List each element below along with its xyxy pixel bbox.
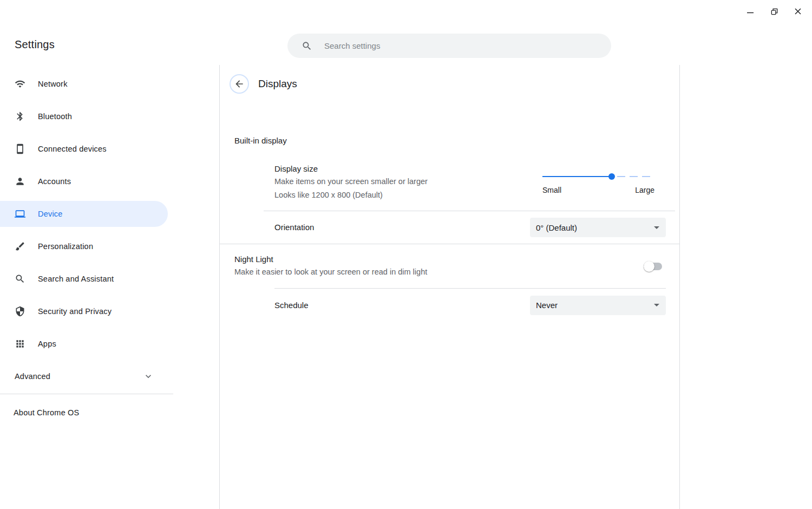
- orientation-value: 0° (Default): [536, 223, 577, 232]
- search-icon: [15, 273, 25, 284]
- sidebar-item-accounts[interactable]: Accounts: [0, 168, 168, 194]
- sidebar-item-label: Accounts: [38, 177, 71, 186]
- display-size-row: Display size Make items on your screen s…: [220, 163, 679, 202]
- sidebar-item-bluetooth[interactable]: Bluetooth: [0, 103, 168, 129]
- sidebar-item-label: Connected devices: [38, 145, 107, 153]
- advanced-label: Advanced: [15, 372, 50, 381]
- search-input[interactable]: [324, 41, 600, 50]
- sidebar-item-about-chrome-os[interactable]: About Chrome OS: [0, 400, 173, 426]
- search-icon: [302, 41, 312, 51]
- sidebar-item-apps[interactable]: Apps: [0, 331, 168, 357]
- orientation-row: Orientation 0° (Default): [220, 211, 679, 244]
- sidebar: Network Bluetooth Connected devices Acco…: [0, 65, 219, 509]
- night-light-label: Night Light: [234, 253, 427, 265]
- arrow-back-icon: [234, 79, 245, 89]
- dropdown-arrow-icon: [654, 226, 659, 229]
- dropdown-arrow-icon: [654, 304, 659, 306]
- sidebar-item-device[interactable]: Device: [0, 201, 168, 227]
- restore-button[interactable]: [764, 3, 784, 19]
- sidebar-item-label: Bluetooth: [38, 112, 72, 121]
- bluetooth-icon: [15, 111, 25, 122]
- display-size-slider[interactable]: Small Large: [542, 176, 654, 202]
- sidebar-item-network[interactable]: Network: [0, 71, 168, 97]
- sidebar-divider: [0, 394, 173, 394]
- person-icon: [15, 176, 25, 187]
- sidebar-item-security-privacy[interactable]: Security and Privacy: [0, 298, 168, 324]
- display-size-slider-knob[interactable]: [608, 173, 615, 180]
- wifi-icon: [15, 79, 25, 89]
- apps-grid-icon: [15, 338, 25, 349]
- close-button[interactable]: [788, 3, 808, 19]
- display-size-slider-fill: [542, 176, 612, 177]
- slider-track[interactable]: [542, 176, 654, 177]
- sidebar-advanced-toggle[interactable]: Advanced: [0, 363, 173, 389]
- minimize-button[interactable]: [741, 3, 760, 19]
- night-light-toggle[interactable]: [644, 261, 662, 272]
- page-title: Displays: [258, 78, 297, 90]
- toggle-knob: [644, 261, 654, 272]
- content-area: Network Bluetooth Connected devices Acco…: [0, 65, 812, 509]
- schedule-dropdown[interactable]: Never: [530, 296, 666, 315]
- display-size-current-value: Looks like 1200 x 800 (Default): [274, 188, 428, 202]
- sidebar-item-personalization[interactable]: Personalization: [0, 233, 168, 259]
- sidebar-item-label: Personalization: [38, 242, 93, 251]
- panel-header: Displays: [220, 65, 679, 94]
- sidebar-item-label: Search and Assistant: [38, 275, 114, 283]
- sidebar-item-label: Device: [38, 210, 63, 218]
- sidebar-item-label: Apps: [38, 340, 56, 348]
- app-header: Settings: [0, 0, 812, 65]
- window-controls: [741, 3, 808, 19]
- app-title: Settings: [15, 38, 55, 51]
- orientation-label: Orientation: [274, 221, 314, 233]
- back-button[interactable]: [230, 74, 249, 94]
- slider-max-label: Large: [635, 186, 654, 194]
- smartphone-icon: [15, 143, 25, 154]
- sidebar-item-label: Network: [38, 80, 68, 88]
- displays-panel: Displays Built-in display Display size M…: [219, 65, 680, 509]
- laptop-icon: [15, 208, 25, 219]
- search-bar[interactable]: [287, 34, 611, 58]
- brush-icon: [15, 241, 25, 252]
- slider-min-label: Small: [542, 186, 561, 194]
- night-light-description: Make it easier to look at your screen or…: [234, 265, 427, 279]
- section-title: Built-in display: [234, 136, 679, 145]
- display-size-label: Display size: [274, 163, 428, 175]
- sidebar-item-search-assistant[interactable]: Search and Assistant: [0, 266, 168, 292]
- night-light-row: Night Light Make it easier to look at yo…: [220, 244, 679, 288]
- sidebar-item-connected-devices[interactable]: Connected devices: [0, 136, 168, 162]
- schedule-value: Never: [536, 301, 558, 310]
- orientation-dropdown[interactable]: 0° (Default): [530, 218, 666, 237]
- shield-icon: [15, 306, 25, 317]
- sidebar-item-label: Security and Privacy: [38, 307, 112, 316]
- schedule-row: Schedule Never: [220, 289, 679, 322]
- display-size-description: Make items on your screen smaller or lar…: [274, 175, 428, 188]
- about-label: About Chrome OS: [14, 408, 79, 417]
- schedule-label: Schedule: [274, 299, 309, 311]
- chevron-down-icon: [143, 371, 154, 382]
